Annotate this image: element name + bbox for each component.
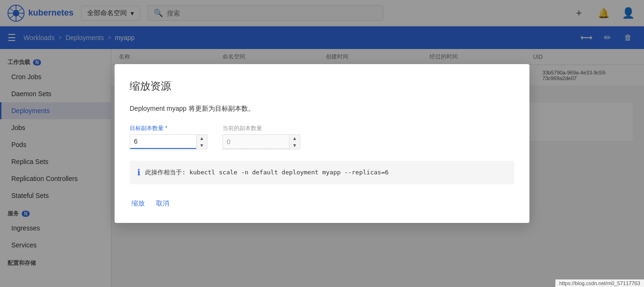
info-box: ℹ 此操作相当于: kubectl scale -n default deplo… [130, 161, 514, 184]
current-replicas-label: 当前的副本数量 [223, 124, 300, 132]
target-increment-button[interactable]: ▲ [197, 135, 207, 142]
current-replicas-input [223, 135, 289, 149]
info-icon: ℹ [137, 167, 140, 178]
target-replicas-label: 目标副本数量 * [130, 124, 207, 132]
target-decrement-button[interactable]: ▼ [197, 142, 207, 149]
target-replicas-input[interactable] [130, 135, 196, 149]
current-decrement-button: ▼ [289, 142, 300, 149]
target-replicas-input-wrap: ▲ ▼ [130, 134, 207, 149]
modal-title: 缩放资源 [130, 79, 514, 93]
url-footer: https://blog.csdn.net/m0_57117763 [555, 279, 644, 287]
modal-description: Deployment myapp 将更新为目标副本数。 [130, 105, 514, 113]
cancel-button[interactable]: 取消 [154, 196, 171, 212]
current-increment-button: ▲ [289, 135, 300, 142]
target-replicas-group: 目标副本数量 * ▲ ▼ [130, 124, 207, 149]
current-replicas-group: 当前的副本数量 ▲ ▼ [223, 124, 300, 149]
info-text: 此操作相当于: kubectl scale -n default deploym… [145, 168, 388, 177]
modal-fields: 目标副本数量 * ▲ ▼ 当前的副本数量 ▲ ▼ [130, 124, 514, 149]
modal-overlay[interactable]: 缩放资源 Deployment myapp 将更新为目标副本数。 目标副本数量 … [0, 0, 644, 287]
scale-modal: 缩放资源 Deployment myapp 将更新为目标副本数。 目标副本数量 … [115, 64, 529, 223]
scale-button[interactable]: 缩放 [130, 196, 147, 212]
current-spinners: ▲ ▼ [289, 135, 300, 149]
modal-actions: 缩放 取消 [130, 196, 514, 212]
target-spinners: ▲ ▼ [196, 135, 207, 149]
current-replicas-input-wrap: ▲ ▼ [223, 134, 300, 149]
